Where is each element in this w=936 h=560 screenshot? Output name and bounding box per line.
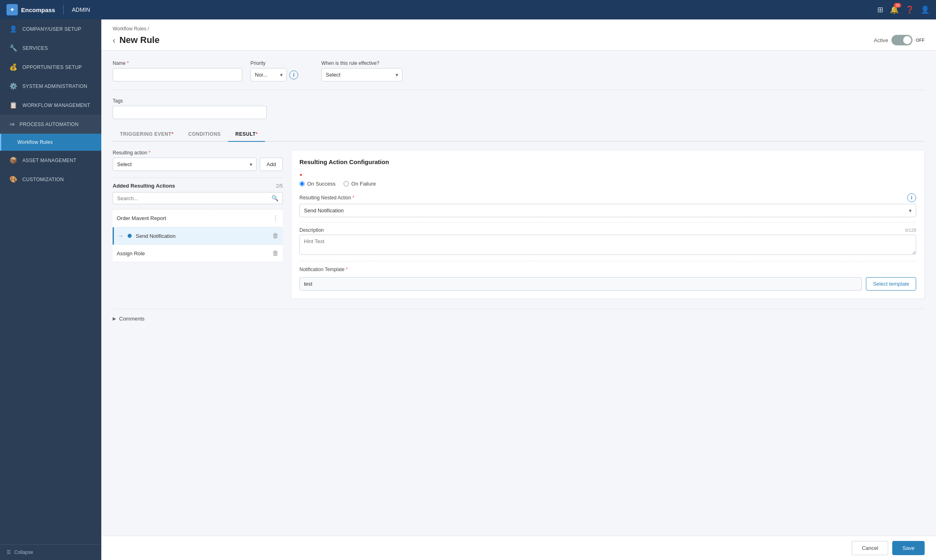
config-panel: Resulting Action Configuration ● On Succ… — [291, 150, 925, 299]
collapse-icon: ☰ — [6, 549, 11, 555]
logo-icon: ✦ — [6, 4, 18, 15]
sidebar-collapse[interactable]: ☰ Collapse — [0, 544, 101, 560]
radio-success-label: On Success — [307, 181, 336, 187]
action-arrow-send: → — [118, 233, 124, 239]
desc-label-row: Description 0/128 — [299, 227, 916, 233]
action-menu-order-mavent[interactable]: ⋮ — [272, 214, 279, 222]
priority-label: Priority — [250, 60, 298, 66]
action-item-left-send: → Send Notification — [118, 233, 175, 239]
tabs: TRIGGERING EVENT* CONDITIONS RESULT* — [113, 127, 925, 142]
name-input[interactable] — [113, 68, 242, 81]
breadcrumb-text: Workflow Rules / — [113, 26, 149, 32]
active-label: Active — [874, 37, 888, 43]
nested-action-group: Resulting Nested Action * i Send Notific… — [299, 193, 916, 217]
description-group: Description 0/128 — [299, 227, 916, 256]
dashed-sep-3 — [299, 261, 916, 261]
tab-result[interactable]: RESULT* — [228, 127, 265, 142]
add-button[interactable]: Add — [260, 158, 283, 171]
action-name-order-mavent: Order Mavent Report — [117, 215, 166, 221]
grid-icon[interactable]: ⊞ — [877, 5, 883, 14]
opportunities-icon: 💰 — [9, 63, 17, 71]
comments-toggle[interactable]: ▶ Comments — [113, 316, 925, 322]
char-count: 0/128 — [905, 228, 916, 233]
action-delete-send[interactable]: 🗑 — [272, 232, 279, 239]
search-input[interactable] — [117, 195, 271, 201]
system-icon: ⚙️ — [9, 82, 17, 90]
radio-on-success[interactable]: On Success — [299, 181, 336, 187]
tags-input[interactable] — [113, 106, 267, 119]
description-textarea[interactable] — [299, 235, 916, 255]
page-footer: Cancel Save — [101, 536, 936, 560]
priority-info-btn[interactable]: i — [289, 71, 298, 79]
search-box: 🔍 — [113, 192, 283, 204]
sidebar-item-company-user-setup[interactable]: 👤 COMPANY/USER SETUP — [0, 19, 101, 38]
result-layout: Resulting action * Select ▼ Add — [113, 150, 925, 299]
dashed-sep-2 — [299, 222, 916, 222]
form-group-priority: Priority Nor... ▼ i — [250, 60, 298, 81]
sidebar-item-process-automation[interactable]: ⇒ PROCESS AUTOMATION — [0, 115, 101, 134]
radio-group: On Success On Failure — [299, 181, 916, 187]
top-nav-right: ⊞ 🔔 26 ❓ 👤 — [877, 5, 930, 14]
sidebar-item-workflow-rules[interactable]: Workflow Rules — [0, 134, 101, 151]
action-item-order-mavent[interactable]: Order Mavent Report ⋮ — [113, 209, 283, 227]
sidebar-item-customization[interactable]: 🎨 CUSTOMIZATION — [0, 170, 101, 189]
separator-1 — [113, 90, 925, 90]
sidebar-label-services: SERVICES — [22, 45, 48, 51]
sidebar-label-process: PROCESS AUTOMATION — [19, 122, 79, 127]
services-icon: 🔧 — [9, 44, 17, 52]
section-label: ADMIN — [72, 6, 90, 13]
app-body: 👤 COMPANY/USER SETUP 🔧 SERVICES 💰 OPPORT… — [0, 19, 936, 560]
resulting-action-select[interactable]: Select — [113, 158, 256, 171]
sidebar-item-services[interactable]: 🔧 SERVICES — [0, 38, 101, 58]
radio-failure-input[interactable] — [344, 181, 349, 186]
notification-template-label: Notification Template * — [299, 267, 348, 272]
when-select[interactable]: Select — [321, 68, 402, 81]
sidebar-label-company: COMPANY/USER SETUP — [22, 26, 81, 32]
left-panel: Resulting action * Select ▼ Add — [113, 150, 283, 299]
sidebar-item-opportunities-setup[interactable]: 💰 OPPORTUNITIES SETUP — [0, 58, 101, 77]
action-item-send-notification[interactable]: → Send Notification 🗑 — [113, 227, 283, 245]
select-template-button[interactable]: Select template — [866, 277, 916, 291]
sidebar-item-asset-management[interactable]: 📦 ASSET MANAGEMENT — [0, 151, 101, 170]
form-scroll: Name * Priority Nor... ▼ i — [101, 51, 936, 536]
tags-label: Tags — [113, 98, 925, 104]
app-logo[interactable]: ✦ Encompass — [6, 4, 55, 15]
req-dot-indicator: ● — [299, 172, 302, 177]
resulting-action-select-wrapper: Select ▼ — [113, 158, 256, 171]
sidebar-item-workflow-management[interactable]: 📋 WORKFLOW MANAGEMENT — [0, 96, 101, 115]
comments-label: Comments — [119, 316, 145, 322]
save-button[interactable]: Save — [892, 541, 925, 555]
priority-select[interactable]: Nor... — [250, 68, 287, 81]
added-section-title: Added Resulting Actions — [113, 183, 175, 189]
action-name-assign-role: Assign Role — [117, 250, 145, 256]
comments-chevron: ▶ — [113, 316, 116, 321]
priority-select-wrapper: Nor... ▼ — [250, 68, 287, 81]
radio-success-input[interactable] — [299, 181, 305, 186]
notification-template-input[interactable] — [299, 277, 862, 291]
nested-action-select-wrapper: Send Notification ▼ — [299, 204, 916, 217]
breadcrumb[interactable]: Workflow Rules / — [113, 26, 925, 32]
back-button[interactable]: ‹ — [113, 36, 115, 45]
req-indicator: ● — [299, 172, 916, 177]
tab-conditions[interactable]: CONDITIONS — [181, 127, 228, 142]
active-toggle-switch[interactable] — [891, 35, 912, 45]
notifications-icon[interactable]: 🔔 26 — [890, 5, 899, 14]
action-list: Order Mavent Report ⋮ → Send Notificatio… — [113, 209, 283, 262]
action-delete-assign[interactable]: 🗑 — [272, 250, 279, 257]
nested-action-info-btn[interactable]: i — [907, 193, 916, 202]
cancel-button[interactable]: Cancel — [852, 541, 888, 555]
sidebar-item-system-administration[interactable]: ⚙️ SYSTEM ADMINISTRATION — [0, 77, 101, 96]
tab-triggering-event[interactable]: TRIGGERING EVENT* — [113, 127, 181, 142]
asset-icon: 📦 — [9, 156, 17, 164]
user-icon[interactable]: 👤 — [921, 5, 930, 14]
top-nav: ✦ Encompass ADMIN ⊞ 🔔 26 ❓ 👤 — [0, 0, 936, 19]
search-icon: 🔍 — [271, 195, 278, 201]
radio-on-failure[interactable]: On Failure — [344, 181, 376, 187]
help-icon[interactable]: ❓ — [905, 5, 914, 14]
action-item-assign-role[interactable]: Assign Role 🗑 — [113, 245, 283, 262]
nested-select-caret[interactable]: ▼ — [908, 208, 912, 213]
page-title: New Rule — [120, 35, 160, 45]
form-group-name: Name * — [113, 60, 242, 81]
sidebar-label-asset: ASSET MANAGEMENT — [22, 158, 76, 163]
when-select-wrapper: Select ▼ — [321, 68, 402, 81]
